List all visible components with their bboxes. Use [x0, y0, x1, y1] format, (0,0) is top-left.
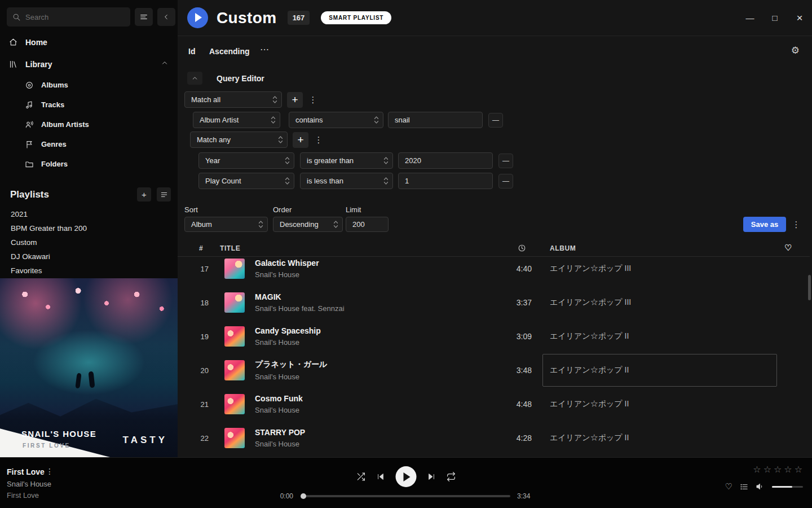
- track-title: プラネット・ガール: [255, 360, 492, 370]
- query-editor-collapse-button[interactable]: [187, 72, 202, 85]
- previous-track-button[interactable]: [377, 472, 385, 481]
- playlist-item[interactable]: BPM Greater than 200: [11, 221, 178, 235]
- playlists-list: 2021 BPM Greater than 200 Custom DJ Okaw…: [0, 206, 178, 278]
- select-value: Album Artist: [200, 116, 239, 124]
- menu-button[interactable]: [135, 8, 153, 26]
- favorite-button[interactable]: ♡: [725, 481, 732, 492]
- table-row[interactable]: 18 MAGIK Snail's House feat. Sennzai 3:3…: [178, 286, 810, 319]
- track-album: エイリアン☆ポップ II: [542, 422, 777, 454]
- now-playing-artwork[interactable]: SNAIL'S HOUSE FIRST LOVE TASTY: [0, 278, 178, 457]
- queue-button[interactable]: [740, 483, 748, 491]
- play-playlist-button[interactable]: [187, 7, 208, 28]
- total-time: 3:34: [517, 492, 530, 500]
- close-button[interactable]: ×: [787, 6, 812, 30]
- group1-menu-button[interactable]: ⋮: [308, 92, 318, 108]
- rule3-operator-select[interactable]: is less than: [300, 173, 393, 189]
- home-icon: [8, 37, 18, 47]
- rule1-operator-select[interactable]: contains: [289, 112, 383, 128]
- repeat-button[interactable]: [447, 472, 456, 481]
- match-type-select-group2[interactable]: Match any: [190, 132, 288, 148]
- remove-rule3-button[interactable]: —: [498, 174, 513, 189]
- save-as-button[interactable]: Save as: [743, 217, 786, 232]
- volume-button[interactable]: [756, 482, 765, 491]
- album-art-thumbnail: [224, 394, 245, 414]
- rule3-value-input[interactable]: [398, 173, 493, 189]
- track-album-focused[interactable]: エイリアン☆ポップ II: [542, 354, 777, 387]
- track-album: エイリアン☆ポップ III: [542, 257, 777, 285]
- playlist-item[interactable]: 2021: [11, 207, 178, 221]
- sidebar-item-home[interactable]: Home: [0, 31, 178, 53]
- rule2-operator-select[interactable]: is greater than: [300, 152, 393, 169]
- save-menu-button[interactable]: ⋮: [791, 217, 801, 233]
- sidebar-item-album-artists[interactable]: Album Artists: [0, 115, 178, 134]
- add-rule-button-group2[interactable]: +: [293, 132, 308, 148]
- sort-more-button[interactable]: ⋯: [260, 44, 269, 55]
- track-artist: Snail's House: [255, 338, 492, 347]
- track-title: Galactic Whisper: [255, 259, 492, 268]
- search-input[interactable]: [25, 13, 125, 21]
- rule3-field-select[interactable]: Play Count: [198, 173, 294, 189]
- playlist-item[interactable]: Favorites: [11, 264, 178, 278]
- volume-slider[interactable]: [772, 486, 803, 488]
- seek-handle[interactable]: [301, 493, 306, 499]
- column-header-title[interactable]: TITLE: [220, 244, 240, 252]
- select-arrows-icon: [333, 220, 338, 229]
- sort-by-select[interactable]: Album: [184, 217, 268, 232]
- rating-stars[interactable]: ☆☆☆☆☆: [753, 464, 805, 475]
- volume-icon: [756, 482, 765, 491]
- search-box[interactable]: [7, 7, 130, 27]
- order-select[interactable]: Descending: [273, 217, 343, 232]
- remove-rule2-button[interactable]: —: [498, 154, 513, 168]
- rule2-value-input[interactable]: [398, 152, 493, 169]
- track-number: 19: [178, 332, 209, 341]
- sort-label: Sort: [184, 205, 198, 214]
- sidebar-nav: Home Library Albums Tracks Album Artists: [0, 31, 178, 174]
- duration-clock-icon[interactable]: [518, 244, 526, 254]
- group2-menu-button[interactable]: ⋮: [314, 132, 324, 148]
- table-row[interactable]: 17 Galactic Whisper Snail's House 4:40 エ…: [178, 257, 810, 286]
- sidebar-item-library[interactable]: Library: [0, 53, 178, 75]
- now-playing-menu-button[interactable]: ⋮: [45, 466, 54, 476]
- table-row[interactable]: 19 Candy Spaceship Snail's House 3:09 エイ…: [178, 319, 810, 353]
- sidebar-item-albums[interactable]: Albums: [0, 75, 178, 95]
- track-title: Cosmo Funk: [255, 394, 492, 403]
- nav-back-button[interactable]: [157, 8, 175, 26]
- favorite-heart-icon[interactable]: ♡: [784, 243, 792, 253]
- remove-rule1-button[interactable]: —: [488, 113, 503, 128]
- playlist-item[interactable]: DJ Okawari: [11, 249, 178, 264]
- playlist-list-button[interactable]: [157, 187, 171, 202]
- sort-field-control[interactable]: Id: [188, 47, 195, 56]
- settings-gear-icon[interactable]: ⚙: [791, 45, 800, 56]
- add-rule-button-group1[interactable]: +: [287, 92, 303, 108]
- minimize-button[interactable]: —: [738, 6, 762, 30]
- rule1-value-input[interactable]: [388, 112, 483, 128]
- select-value: Descending: [280, 220, 319, 229]
- kebab-icon: ⋮: [792, 220, 801, 230]
- add-playlist-button[interactable]: +: [137, 187, 151, 202]
- play-pause-button[interactable]: [396, 466, 417, 487]
- sidebar-item-genres[interactable]: Genres: [0, 134, 178, 154]
- sidebar-toolbar: [0, 0, 178, 31]
- column-header-album[interactable]: ALBUM: [550, 244, 576, 252]
- sidebar-item-tracks[interactable]: Tracks: [0, 95, 178, 115]
- column-header-number[interactable]: #: [199, 244, 203, 252]
- seek-bar[interactable]: [302, 495, 510, 497]
- artwork-figure: [76, 373, 82, 389]
- limit-input[interactable]: [346, 217, 389, 232]
- maximize-button[interactable]: □: [762, 6, 787, 30]
- table-row[interactable]: 22 STARRY POP Snail's House 4:28 エイリアン☆ポ…: [178, 421, 810, 455]
- sidebar-item-folders[interactable]: Folders: [0, 154, 178, 174]
- playlist-item[interactable]: Custom: [11, 235, 178, 249]
- scrollbar-thumb[interactable]: [808, 275, 811, 300]
- play-icon: [195, 13, 202, 22]
- shuffle-button[interactable]: [356, 472, 366, 481]
- table-row[interactable]: 21 Cosmo Funk Snail's House 4:48 エイリアン☆ポ…: [178, 387, 810, 421]
- track-number: 22: [178, 434, 209, 443]
- rule2-field-select[interactable]: Year: [198, 152, 294, 169]
- table-row[interactable]: 20 プラネット・ガール Snail's House 3:48 エイリアン☆ポッ…: [178, 353, 810, 387]
- match-type-select-group1[interactable]: Match all: [184, 91, 282, 108]
- sort-direction-control[interactable]: Ascending: [209, 47, 250, 56]
- now-playing-title: First Love: [7, 467, 45, 476]
- next-track-button[interactable]: [427, 472, 436, 481]
- rule1-field-select[interactable]: Album Artist: [193, 112, 280, 128]
